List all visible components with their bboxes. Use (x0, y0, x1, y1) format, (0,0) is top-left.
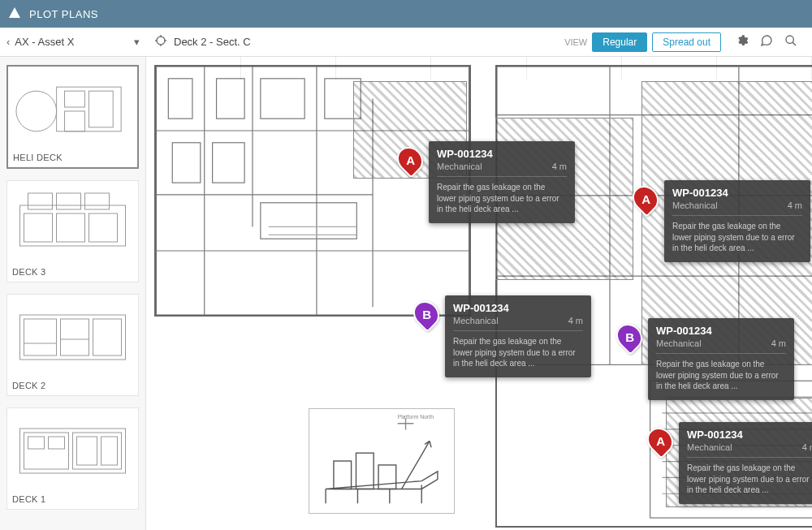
svg-rect-7 (20, 205, 126, 246)
toolbar: ‹ AX - Asset X ▾ Deck 2 - Sect. C VIEW R… (0, 28, 812, 57)
sidebar-item-heli-deck[interactable]: HELI DECK (6, 65, 139, 169)
app-bar: PLOT PLANS (0, 0, 812, 28)
chat-icon[interactable] (760, 34, 773, 50)
gear-icon[interactable] (736, 34, 749, 50)
sidebar-item-label: DECK 3 (7, 262, 138, 282)
card-distance: 4 m (568, 316, 583, 325)
card-title: WP-001234 (656, 325, 786, 337)
svg-rect-9 (57, 193, 81, 209)
card-title: WP-001234 (687, 429, 812, 441)
svg-rect-16 (61, 319, 89, 355)
card-distance: 4 m (771, 338, 786, 348)
svg-rect-22 (49, 437, 65, 449)
svg-rect-36 (356, 453, 374, 489)
svg-rect-26 (168, 79, 192, 118)
svg-rect-5 (89, 91, 113, 127)
svg-rect-8 (28, 193, 53, 209)
card-subtitle: Mechanical (437, 162, 482, 171)
target-icon[interactable] (154, 34, 167, 50)
sidebar-item-deck-1[interactable]: DECK 1 (6, 407, 139, 510)
app-title: PLOT PLANS (29, 8, 98, 20)
plan-canvas[interactable]: Platform North AWP-001234Mechanical4 mRe… (146, 57, 812, 530)
svg-rect-13 (89, 213, 118, 242)
sidebar-item-deck-3[interactable]: DECK 3 (6, 180, 139, 282)
svg-rect-23 (77, 437, 97, 465)
card-subtitle: Mechanical (672, 200, 718, 210)
svg-rect-35 (334, 461, 352, 489)
sidebar: HELI DECK DECK 3 DECK 2 DECK 1 (0, 57, 146, 530)
svg-point-2 (16, 91, 57, 131)
map-marker[interactable]: A (398, 146, 422, 174)
view-toggle: Regular Spread out (592, 32, 721, 52)
sidebar-item-deck-2[interactable]: DECK 2 (6, 294, 139, 396)
card-subtitle: Mechanical (453, 316, 499, 325)
svg-rect-37 (378, 465, 396, 489)
view-label: VIEW (564, 37, 587, 47)
card-subtitle: Mechanical (687, 442, 732, 452)
back-icon[interactable]: ‹ (6, 36, 10, 48)
search-icon[interactable] (784, 34, 797, 50)
chevron-down-icon[interactable]: ▾ (134, 36, 140, 48)
card-description: Repair the gas leakage on the lower pipi… (687, 463, 812, 496)
svg-rect-24 (102, 437, 118, 465)
svg-rect-30 (172, 143, 201, 183)
svg-rect-17 (93, 319, 122, 355)
thumbnail-icon (7, 408, 138, 489)
card-description: Repair the gas leakage on the lower pipi… (672, 221, 802, 254)
card-description: Repair the gas leakage on the lower pipi… (656, 359, 786, 392)
workorder-card[interactable]: WP-001234Mechanical4 mRepair the gas lea… (664, 180, 810, 262)
svg-rect-31 (213, 143, 244, 183)
breadcrumb: Deck 2 - Sect. C (174, 36, 251, 48)
map-marker[interactable]: A (648, 427, 672, 455)
svg-rect-14 (20, 315, 126, 360)
svg-rect-10 (85, 193, 110, 209)
svg-text:Platform North: Platform North (398, 414, 434, 420)
card-distance: 4 m (788, 200, 802, 210)
card-description: Repair the gas leakage on the lower pipi… (453, 336, 583, 369)
thumbnail-icon (7, 295, 138, 376)
workorder-card[interactable]: WP-001234Mechanical4 mRepair the gas lea… (429, 141, 575, 223)
sidebar-item-label: DECK 1 (7, 489, 138, 509)
workorder-card[interactable]: WP-001234Mechanical4 mRepair the gas lea… (648, 318, 794, 400)
platform-sketch: Platform North (309, 408, 455, 514)
card-title: WP-001234 (672, 187, 802, 199)
svg-rect-32 (261, 203, 356, 239)
svg-rect-15 (24, 319, 57, 355)
svg-point-0 (157, 37, 165, 45)
svg-rect-11 (24, 213, 53, 242)
workorder-card[interactable]: WP-001234Mechanical4 mRepair the gas lea… (445, 295, 591, 377)
workorder-card[interactable]: WP-001234Mechanical4 mRepair the gas lea… (679, 422, 812, 504)
view-spread-button[interactable]: Spread out (652, 32, 721, 52)
thumbnail-icon (7, 181, 138, 262)
svg-point-1 (786, 36, 793, 43)
map-marker[interactable]: A (633, 185, 658, 213)
svg-rect-19 (24, 433, 69, 469)
card-subtitle: Mechanical (656, 338, 702, 348)
svg-rect-28 (261, 79, 304, 118)
svg-rect-4 (65, 91, 85, 107)
card-title: WP-001234 (453, 302, 583, 314)
svg-rect-21 (28, 437, 45, 449)
card-description: Repair the gas leakage on the lower pipi… (437, 182, 567, 215)
card-title: WP-001234 (437, 148, 567, 160)
card-distance: 4 m (552, 162, 567, 171)
map-marker[interactable]: B (414, 300, 438, 328)
svg-rect-12 (57, 213, 85, 242)
svg-rect-6 (65, 111, 85, 131)
asset-selector[interactable]: AX - Asset X (15, 36, 129, 48)
thumbnail-icon (8, 67, 137, 148)
app-logo-icon (8, 6, 21, 22)
map-marker[interactable]: B (617, 323, 641, 351)
sidebar-item-label: HELI DECK (8, 148, 137, 167)
sidebar-item-label: DECK 2 (7, 376, 138, 395)
view-regular-button[interactable]: Regular (592, 32, 647, 52)
card-distance: 4 m (802, 442, 812, 452)
svg-rect-27 (217, 79, 245, 118)
